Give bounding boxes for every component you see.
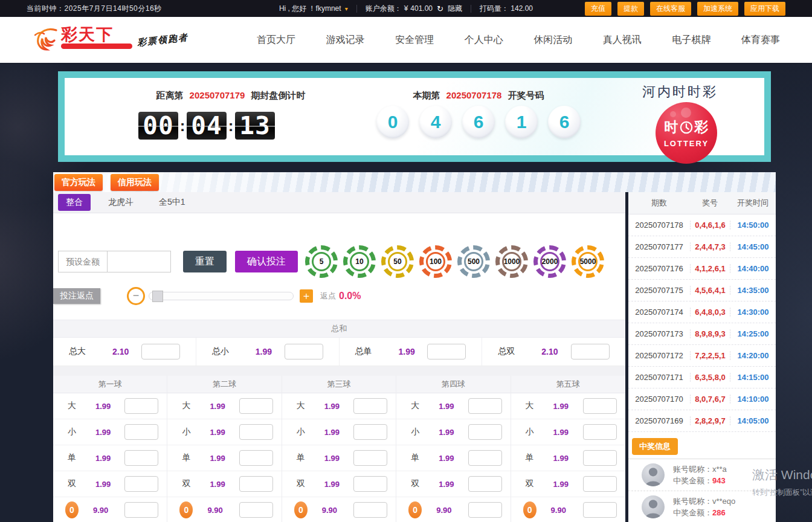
nav-item[interactable]: 游戏记录 <box>326 34 365 47</box>
bet-amount-input[interactable] <box>353 424 387 440</box>
bet-cell[interactable]: 0 9.90 <box>396 497 510 522</box>
chip-button[interactable]: 1000 <box>495 245 528 278</box>
nav-item[interactable]: 安全管理 <box>395 34 434 47</box>
bet-cell[interactable]: 大 1.99 <box>167 393 281 419</box>
chip-button[interactable]: 5 <box>305 245 338 278</box>
bet-amount-input[interactable] <box>468 476 502 492</box>
confirm-bet-button[interactable]: 确认投注 <box>235 251 298 272</box>
bet-cell[interactable]: 大 1.99 <box>511 393 625 419</box>
bet-cell[interactable]: 单 1.99 <box>282 445 396 471</box>
rebate-slider[interactable] <box>149 292 294 300</box>
balance-value: 401.00 <box>410 4 433 13</box>
bet-amount-input[interactable] <box>468 398 502 414</box>
bet-cell[interactable]: 小 1.99 <box>511 419 625 445</box>
bet-amount-input[interactable] <box>239 450 273 466</box>
bet-cell[interactable]: 小 1.99 <box>167 419 281 445</box>
bet-amount-input[interactable] <box>468 450 502 466</box>
turnover-value: 142.00 <box>511 4 533 13</box>
bet-amount-input[interactable] <box>583 398 617 414</box>
chevron-down-icon: ▾ <box>345 5 348 12</box>
bet-cell[interactable]: 单 1.99 <box>167 445 281 471</box>
sum-bet-cell[interactable]: 总单 1.99 <box>340 338 483 366</box>
nav-item[interactable]: 休闲活动 <box>533 34 572 47</box>
bet-cell[interactable]: 双 1.99 <box>53 471 167 497</box>
winners-info-badge[interactable]: 中奖信息 <box>632 438 678 455</box>
bet-cell[interactable]: 大 1.99 <box>282 393 396 419</box>
sum-bet-cell[interactable]: 总小 1.99 <box>196 338 340 366</box>
chip-button[interactable]: 100 <box>419 245 452 278</box>
bet-cell[interactable]: 小 1.99 <box>396 419 510 445</box>
site-logo[interactable]: 彩天下 彩票领跑者 <box>33 26 188 54</box>
bet-cell[interactable]: 双 1.99 <box>282 471 396 497</box>
bet-cell[interactable]: 单 1.99 <box>396 445 510 471</box>
bet-cell[interactable]: 双 1.99 <box>396 471 510 497</box>
bet-cell[interactable]: 0 9.90 <box>282 497 396 522</box>
bet-amount-input[interactable] <box>353 502 387 518</box>
play-type-tab[interactable]: 信用玩法 <box>111 174 159 191</box>
topbar-action-button[interactable]: 在线客服 <box>650 2 691 16</box>
nav-item[interactable]: 个人中心 <box>465 34 503 47</box>
bet-amount-input[interactable] <box>124 476 158 492</box>
game-mode-tab[interactable]: 整合 <box>58 194 91 211</box>
bet-amount-input[interactable] <box>468 424 502 440</box>
bet-amount-input[interactable] <box>239 424 273 440</box>
bet-amount-input[interactable] <box>285 344 323 359</box>
chip-button[interactable]: 5000 <box>572 245 604 278</box>
bet-amount-input[interactable] <box>141 344 180 359</box>
bet-amount-input[interactable] <box>571 344 610 359</box>
bet-amount-input[interactable] <box>353 476 387 492</box>
bet-amount-input[interactable] <box>583 502 617 518</box>
hide-balance-link[interactable]: 隐藏 <box>448 4 462 14</box>
bet-cell[interactable]: 0 9.90 <box>167 497 281 522</box>
bet-amount-input[interactable] <box>124 502 158 518</box>
bet-amount-input[interactable] <box>583 476 617 492</box>
bet-cell[interactable]: 双 1.99 <box>511 471 625 497</box>
topbar-action-button[interactable]: 充值 <box>585 2 611 16</box>
ball-column: 第五球 大 1.99 小 1.99 <box>511 376 625 522</box>
nav-item[interactable]: 真人视讯 <box>603 34 642 47</box>
bet-amount-input[interactable] <box>124 398 158 414</box>
slider-thumb[interactable] <box>152 291 163 302</box>
nav-item[interactable]: 电子棋牌 <box>672 34 710 47</box>
bet-amount-input[interactable] <box>239 502 273 518</box>
bet-cell[interactable]: 单 1.99 <box>511 445 625 471</box>
sum-bet-cell[interactable]: 总大 2.10 <box>53 338 196 366</box>
bet-amount-input[interactable] <box>239 398 273 414</box>
refresh-balance-icon[interactable]: ↻ <box>437 4 443 13</box>
bet-cell[interactable]: 双 1.99 <box>167 471 281 497</box>
bet-amount-input[interactable] <box>583 450 617 466</box>
bet-cell[interactable]: 小 1.99 <box>53 419 167 445</box>
topbar-action-button[interactable]: 加速系统 <box>697 2 738 16</box>
bet-cell[interactable]: 0 9.90 <box>53 497 167 522</box>
nav-item[interactable]: 首页大厅 <box>257 34 295 47</box>
bet-amount-input[interactable] <box>353 398 387 414</box>
chip-button[interactable]: 10 <box>343 245 376 278</box>
topbar-action-button[interactable]: 提款 <box>617 2 644 16</box>
bet-cell[interactable]: 单 1.99 <box>53 445 167 471</box>
chip-button[interactable]: 50 <box>381 245 414 278</box>
bet-amount-input[interactable] <box>468 502 502 518</box>
bet-amount-input[interactable] <box>583 424 617 440</box>
rebate-minus-button[interactable]: − <box>127 287 145 305</box>
nav-item[interactable]: 体育赛事 <box>741 34 780 47</box>
rebate-plus-button[interactable]: ＋ <box>300 289 313 303</box>
play-type-tab[interactable]: 官方玩法 <box>54 174 103 191</box>
reset-button[interactable]: 重置 <box>183 251 227 272</box>
bet-cell[interactable]: 大 1.99 <box>53 393 167 419</box>
sum-bet-cell[interactable]: 总双 2.10 <box>482 338 625 366</box>
bet-amount-input[interactable] <box>239 476 273 492</box>
bet-amount-input[interactable] <box>427 344 466 359</box>
game-mode-tab[interactable]: 龙虎斗 <box>100 194 141 211</box>
bet-cell[interactable]: 大 1.99 <box>396 393 510 419</box>
chip-button[interactable]: 2000 <box>533 245 566 278</box>
chip-button[interactable]: 500 <box>457 245 490 278</box>
preset-amount-input[interactable] <box>107 251 170 272</box>
bet-amount-input[interactable] <box>353 450 387 466</box>
bet-amount-input[interactable] <box>124 424 158 440</box>
user-menu[interactable]: Hi , 您好 ！fkymnet ▾ <box>279 4 348 14</box>
bet-cell[interactable]: 小 1.99 <box>282 419 396 445</box>
bet-cell[interactable]: 0 9.90 <box>511 497 625 522</box>
game-mode-tab[interactable]: 全5中1 <box>151 194 193 211</box>
topbar-action-button[interactable]: 应用下载 <box>744 2 785 16</box>
bet-amount-input[interactable] <box>124 450 158 466</box>
